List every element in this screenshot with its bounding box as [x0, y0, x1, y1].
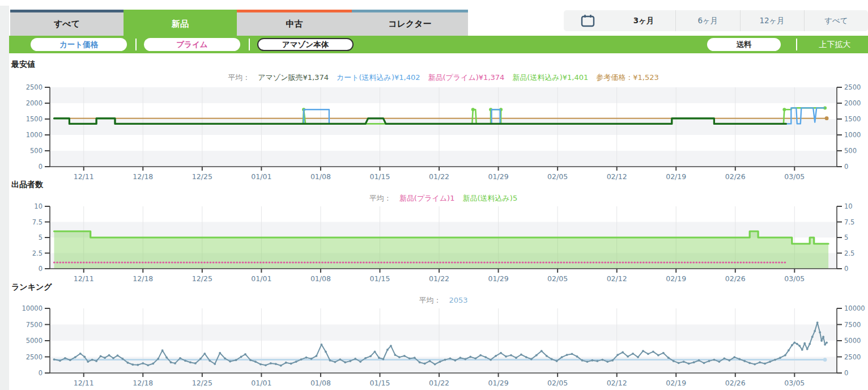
filter-button-1[interactable]: プライム [144, 38, 240, 51]
average-legend-ranking: 平均：2053 [50, 295, 837, 306]
average-legend-seller-count: 平均：新品(プライム)1新品(送料込み)5 [50, 193, 837, 204]
svg-text:12/25: 12/25 [192, 274, 212, 283]
average-legend-part: 参考価格：¥1,523 [596, 73, 659, 82]
svg-text:5: 5 [39, 234, 42, 241]
svg-text:01/08: 01/08 [310, 172, 331, 181]
svg-text:10: 10 [844, 202, 853, 210]
svg-text:2.5: 2.5 [844, 249, 854, 257]
filter-bar: 送料 上下拡大 カート価格プライムアマゾン本体 [9, 36, 868, 53]
time-range-selector: 3ヶ月6ヶ月12ヶ月すべて [564, 10, 868, 31]
svg-text:0: 0 [844, 369, 848, 377]
svg-text:02/05: 02/05 [547, 379, 568, 387]
svg-text:5000: 5000 [844, 337, 861, 345]
separator [135, 39, 137, 50]
shipping-toggle-button[interactable]: 送料 [707, 38, 781, 51]
chart-1: 002.52.5557.57.5101012/1112/1812/2501/01… [32, 202, 855, 283]
tab-2[interactable]: 中古 [237, 10, 352, 36]
average-legend-lowest-price: 平均：アマゾン販売¥1,374カート(送料込み)¥1,402新品(プライム)¥1… [50, 73, 837, 83]
svg-text:500: 500 [844, 147, 857, 155]
svg-text:01/15: 01/15 [369, 172, 390, 181]
svg-text:5000: 5000 [26, 337, 42, 345]
svg-text:01/08: 01/08 [310, 274, 331, 283]
svg-text:01/22: 01/22 [429, 274, 449, 283]
average-legend-part: 新品(プライム)¥1,374 [428, 73, 504, 82]
svg-text:01/01: 01/01 [251, 172, 271, 181]
average-legend-part: 平均： [369, 194, 392, 202]
svg-text:7500: 7500 [26, 321, 42, 329]
svg-text:01/29: 01/29 [488, 172, 509, 181]
svg-text:2500: 2500 [26, 83, 42, 91]
svg-text:03/05: 03/05 [784, 379, 805, 387]
svg-text:02/19: 02/19 [666, 379, 686, 387]
average-legend-part: 平均： [419, 296, 441, 304]
svg-text:1500: 1500 [844, 115, 861, 123]
calendar-icon-cell [564, 10, 612, 31]
svg-text:1500: 1500 [26, 115, 42, 123]
average-legend-part: 新品(送料込み)¥1,401 [512, 73, 588, 82]
svg-text:01/22: 01/22 [429, 172, 449, 181]
svg-text:01/29: 01/29 [488, 274, 509, 283]
svg-text:10000: 10000 [22, 304, 42, 312]
svg-text:02/26: 02/26 [725, 379, 746, 387]
average-legend-part: 新品(プライム)1 [399, 194, 455, 202]
svg-text:01/01: 01/01 [251, 274, 271, 283]
calendar-icon [580, 14, 595, 28]
tab-3[interactable]: コレクター [352, 10, 468, 36]
svg-text:2500: 2500 [844, 353, 861, 361]
svg-text:0: 0 [39, 163, 42, 171]
filter-button-2[interactable]: アマゾン本体 [257, 38, 354, 51]
svg-text:2500: 2500 [844, 83, 861, 91]
average-legend-part: 新品(送料込み)5 [462, 194, 517, 202]
svg-text:12/25: 12/25 [192, 379, 212, 387]
svg-text:7500: 7500 [844, 321, 861, 329]
svg-text:01/15: 01/15 [369, 274, 390, 283]
svg-text:0: 0 [39, 369, 42, 377]
svg-text:7.5: 7.5 [32, 218, 42, 226]
app-root: 0050050010001000150015002000200025002500… [0, 0, 868, 390]
tab-0[interactable]: すべて [10, 10, 124, 36]
svg-text:02/05: 02/05 [547, 274, 568, 283]
svg-text:1000: 1000 [26, 131, 42, 139]
svg-text:02/26: 02/26 [725, 172, 746, 181]
separator [796, 39, 797, 50]
svg-text:12/11: 12/11 [74, 172, 94, 181]
svg-text:02/05: 02/05 [547, 172, 568, 181]
expand-vertical-button[interactable]: 上下拡大 [799, 38, 868, 51]
svg-text:0: 0 [844, 265, 848, 273]
svg-text:7.5: 7.5 [844, 218, 854, 226]
chart-title-ranking: ランキング [11, 282, 52, 292]
svg-text:2500: 2500 [26, 353, 42, 361]
average-legend-part: カート(送料込み)¥1,402 [337, 73, 420, 82]
svg-text:12/18: 12/18 [133, 172, 153, 181]
average-legend-part: 平均： [228, 73, 250, 82]
svg-text:2000: 2000 [26, 99, 42, 107]
svg-text:12/18: 12/18 [133, 274, 153, 283]
range-option-3[interactable]: すべて [804, 10, 868, 31]
svg-text:12/11: 12/11 [74, 379, 94, 387]
chart-2: 00250025005000500075007500100001000012/1… [22, 304, 865, 387]
svg-text:12/18: 12/18 [133, 379, 153, 387]
range-option-1[interactable]: 6ヶ月 [675, 10, 739, 31]
svg-text:2000: 2000 [844, 99, 861, 107]
svg-text:03/05: 03/05 [784, 172, 805, 181]
svg-text:02/12: 02/12 [607, 379, 627, 387]
range-option-2[interactable]: 12ヶ月 [740, 10, 804, 31]
average-legend-part: アマゾン販売¥1,374 [258, 73, 329, 82]
svg-text:02/26: 02/26 [725, 274, 746, 283]
svg-text:01/01: 01/01 [251, 379, 271, 387]
svg-text:10000: 10000 [844, 304, 865, 312]
svg-text:500: 500 [30, 147, 42, 155]
svg-text:02/19: 02/19 [666, 274, 686, 283]
average-legend-part: 2053 [449, 296, 467, 304]
svg-text:10: 10 [34, 202, 42, 210]
svg-text:0: 0 [39, 265, 42, 273]
range-option-0[interactable]: 3ヶ月 [612, 10, 675, 31]
chart-title-lowest-price: 最安値 [11, 60, 35, 70]
filter-button-0[interactable]: カート価格 [31, 38, 127, 51]
svg-text:12/11: 12/11 [74, 274, 94, 283]
separator [249, 39, 250, 50]
condition-tabs: すべて新品中古コレクター [10, 10, 468, 36]
svg-text:01/22: 01/22 [429, 379, 449, 387]
tab-1[interactable]: 新品 [124, 10, 237, 36]
chart-title-seller-count: 出品者数 [11, 180, 43, 190]
